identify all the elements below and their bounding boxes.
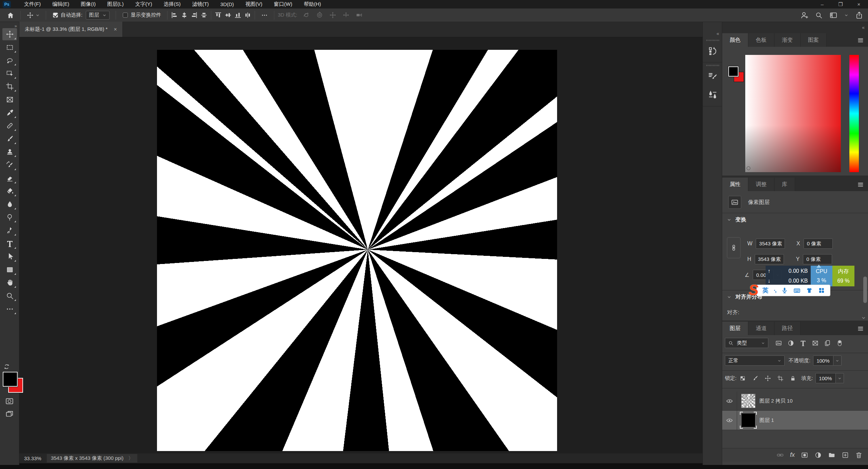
- 3d-camera-icon[interactable]: [356, 12, 363, 19]
- brushes-panel-icon[interactable]: [707, 88, 719, 101]
- properties-menu-icon[interactable]: [857, 181, 864, 188]
- distribute-v-icon[interactable]: [244, 12, 251, 19]
- screen-mode-icon[interactable]: [4, 410, 15, 419]
- filter-shape-icon[interactable]: [812, 340, 819, 347]
- tool-lasso[interactable]: [2, 54, 17, 66]
- blend-mode-dropdown[interactable]: 正常: [725, 355, 785, 366]
- link-layers-icon[interactable]: [776, 451, 784, 459]
- menu-item-10[interactable]: 帮助(H): [298, 0, 327, 8]
- align-bottom-icon[interactable]: [234, 12, 241, 19]
- 3d-slide-icon[interactable]: [342, 12, 350, 19]
- show-transform-checkbox[interactable]: [123, 13, 128, 18]
- lock-all-icon[interactable]: [790, 375, 796, 382]
- layers-tab-2[interactable]: 路径: [774, 322, 801, 335]
- minimize-button[interactable]: –: [813, 0, 831, 8]
- layer-thumbnail[interactable]: [741, 394, 755, 408]
- history-panel-icon[interactable]: [707, 45, 719, 57]
- move-tool-preset-icon[interactable]: [24, 12, 42, 19]
- status-chevron-icon[interactable]: 〉: [128, 455, 133, 462]
- properties-scrollbar[interactable]: [863, 277, 867, 303]
- opacity-dropdown-icon[interactable]: [833, 355, 842, 366]
- canvas-starburst[interactable]: [157, 50, 557, 451]
- panel-collapse-icon[interactable]: «: [862, 25, 865, 30]
- menu-item-4[interactable]: 文字(Y): [130, 0, 158, 8]
- auto-select-checkbox[interactable]: [53, 13, 58, 18]
- zoom-level-field[interactable]: 33.33%: [24, 455, 41, 461]
- 3d-pan-icon[interactable]: [329, 12, 336, 19]
- lock-position-icon[interactable]: [765, 375, 771, 382]
- color-picker-cursor[interactable]: [747, 166, 750, 170]
- distribute-h-icon[interactable]: [200, 12, 208, 19]
- layer-row-0[interactable]: 图层 2 拷贝 10: [722, 391, 868, 411]
- workspace-icon[interactable]: [829, 11, 837, 19]
- lock-pixels-icon[interactable]: [752, 375, 758, 382]
- 3d-roll-icon[interactable]: [316, 12, 323, 19]
- tool-object-selection[interactable]: [2, 67, 17, 80]
- properties-tab-0[interactable]: 属性: [722, 178, 748, 191]
- layers-tab-1[interactable]: 通道: [748, 322, 774, 335]
- filter-adjustment-icon[interactable]: [787, 340, 794, 347]
- ime-microphone-icon[interactable]: [781, 287, 788, 294]
- align-section-chevron-icon[interactable]: [727, 295, 731, 299]
- menu-item-5[interactable]: 选择(S): [158, 0, 186, 8]
- tool-blur[interactable]: [2, 198, 17, 210]
- align-middle-icon[interactable]: [224, 12, 232, 19]
- menu-item-9[interactable]: 窗口(W): [268, 0, 298, 8]
- dock-collapse-icon[interactable]: «: [716, 31, 719, 36]
- tool-clone-stamp[interactable]: [2, 146, 17, 158]
- constrain-proportions-icon[interactable]: [727, 237, 741, 258]
- new-layer-icon[interactable]: [842, 451, 849, 459]
- tool-type[interactable]: [2, 238, 17, 250]
- ime-punctuation-toggle[interactable]: ·,: [774, 287, 776, 294]
- lock-artboard-icon[interactable]: [777, 375, 784, 382]
- x-field[interactable]: 0 像素: [804, 239, 833, 249]
- layer-filter-dropdown[interactable]: 类型: [725, 338, 768, 348]
- home-icon[interactable]: [4, 12, 17, 19]
- restore-button[interactable]: ❐: [831, 0, 850, 8]
- foreground-color-swatch[interactable]: [3, 372, 18, 387]
- tool-zoom[interactable]: [2, 290, 17, 302]
- menu-item-7[interactable]: 3D(D): [215, 0, 240, 8]
- filter-toggle-icon[interactable]: [836, 340, 843, 347]
- document-size-status[interactable]: 3543 像素 x 3543 像素 (300 ppi) 〉: [47, 454, 137, 463]
- ime-skin-icon[interactable]: [806, 287, 813, 294]
- color-tab-3[interactable]: 图案: [801, 33, 827, 47]
- hue-slider[interactable]: [849, 55, 859, 172]
- color-tab-2[interactable]: 渐变: [774, 33, 801, 47]
- layer-row-1[interactable]: 图层 1: [722, 411, 868, 430]
- ime-keyboard-icon[interactable]: [793, 287, 801, 294]
- scroll-down-icon[interactable]: [861, 314, 866, 321]
- tool-brush[interactable]: [2, 133, 17, 145]
- tool-dodge[interactable]: [2, 211, 17, 223]
- filter-pixel-icon[interactable]: [775, 340, 782, 347]
- color-tab-1[interactable]: 色板: [748, 33, 774, 47]
- layers-menu-icon[interactable]: [857, 325, 864, 332]
- panel-foreground-swatch[interactable]: [728, 66, 738, 77]
- fill-field[interactable]: 100%: [815, 373, 836, 383]
- transform-section-chevron-icon[interactable]: [727, 218, 731, 222]
- search-icon[interactable]: [815, 12, 823, 19]
- brush-settings-panel-icon[interactable]: [707, 70, 719, 82]
- tool-eraser[interactable]: [2, 172, 17, 184]
- ime-toolbox-icon[interactable]: [818, 287, 825, 294]
- align-right-icon[interactable]: [191, 12, 198, 19]
- fill-dropdown-icon[interactable]: [836, 373, 844, 383]
- tool-edit-toolbar[interactable]: [2, 303, 17, 315]
- properties-tab-1[interactable]: 调整: [748, 178, 774, 191]
- align-center-h-icon[interactable]: [181, 12, 188, 19]
- tool-frame[interactable]: [2, 94, 17, 106]
- menu-item-6[interactable]: 滤镜(T): [186, 0, 215, 8]
- more-align-options-icon[interactable]: [258, 12, 271, 19]
- height-field[interactable]: 3543 像素: [755, 254, 784, 264]
- tool-hand[interactable]: [2, 277, 17, 289]
- ime-language-toggle[interactable]: 英: [762, 286, 768, 294]
- opacity-field[interactable]: 100%: [813, 355, 833, 366]
- tool-move[interactable]: [2, 28, 17, 40]
- cloud-account-icon[interactable]: [800, 11, 808, 19]
- layer-thumbnail[interactable]: [741, 413, 755, 427]
- color-tab-0[interactable]: 颜色: [722, 33, 748, 47]
- filter-type-icon[interactable]: [800, 340, 807, 347]
- tool-rectangle[interactable]: [2, 264, 17, 276]
- menu-item-3[interactable]: 图层(L): [101, 0, 129, 8]
- menu-item-0[interactable]: 文件(F): [18, 0, 46, 8]
